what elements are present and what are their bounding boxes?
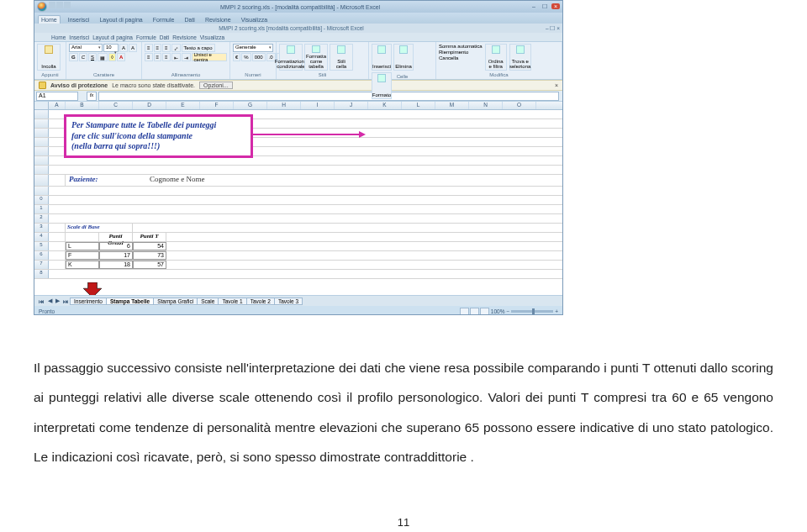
clear-button[interactable]: Cancella: [439, 55, 483, 61]
tab2-visualizza[interactable]: Visualizza: [200, 34, 224, 40]
autosum-button[interactable]: Somma automatica: [439, 44, 483, 49]
tab-formule[interactable]: Formule: [150, 16, 177, 24]
col-header[interactable]: H: [267, 102, 301, 109]
font-color-icon[interactable]: A: [117, 53, 125, 61]
percent-icon[interactable]: %: [241, 53, 251, 61]
tab2-layout[interactable]: Layout di pagina: [92, 34, 133, 40]
row-header[interactable]: 3: [34, 224, 49, 232]
borders-icon[interactable]: ▦: [98, 53, 108, 61]
insert-cells-button[interactable]: Inserisci: [372, 44, 392, 71]
wrap-text-button[interactable]: Testo a capo: [182, 44, 215, 52]
sheet-tab[interactable]: Tavole 3: [274, 298, 303, 305]
currency-icon[interactable]: €: [233, 53, 240, 61]
col-header[interactable]: F: [200, 102, 234, 109]
tab-nav-next-icon[interactable]: ▶: [54, 298, 61, 304]
security-options-button[interactable]: Opzioni...: [199, 82, 233, 89]
tab2-revisione[interactable]: Revisione: [172, 34, 197, 40]
inner-close-button[interactable]: ×: [556, 25, 560, 31]
font-name-select[interactable]: Arial: [69, 44, 103, 52]
align-center-icon[interactable]: ≡: [154, 53, 162, 61]
col-header[interactable]: O: [503, 102, 536, 109]
office-button-icon[interactable]: [37, 2, 47, 12]
qat-undo-icon[interactable]: [56, 2, 63, 8]
row-header[interactable]: 6: [34, 251, 49, 260]
row-header[interactable]: 4: [34, 233, 49, 241]
tab2-dati[interactable]: Dati: [160, 34, 170, 40]
row-header[interactable]: 5: [34, 242, 49, 250]
col-header[interactable]: A: [49, 102, 66, 109]
col-header[interactable]: L: [402, 102, 435, 109]
tab-layout[interactable]: Layout di pagina: [97, 16, 145, 24]
comma-icon[interactable]: 000: [252, 53, 266, 61]
cell-styles-button[interactable]: Stili cella: [330, 44, 353, 71]
indent-dec-icon[interactable]: ⇤: [171, 53, 181, 61]
paste-button[interactable]: Incolla: [37, 44, 61, 71]
tab-dati[interactable]: Dati: [182, 16, 197, 24]
tab-visualizza[interactable]: Visualizza: [239, 16, 270, 24]
indent-inc-icon[interactable]: ⇥: [182, 53, 191, 61]
tab-nav-prev-icon[interactable]: ◀: [46, 298, 54, 304]
sheet-tab[interactable]: Inserimento: [70, 298, 107, 305]
name-box[interactable]: A1: [36, 92, 78, 101]
sheet-tab[interactable]: Stampa Grafici: [153, 298, 198, 305]
fill-button[interactable]: Riempimento: [439, 50, 483, 55]
align-left-icon[interactable]: ≡: [145, 53, 153, 61]
merge-center-button[interactable]: Unisci e centra: [192, 53, 227, 61]
inner-minimize-button[interactable]: –: [546, 25, 549, 31]
qat-redo-icon[interactable]: [64, 2, 71, 8]
close-button[interactable]: ×: [551, 3, 560, 9]
shrink-font-icon[interactable]: A: [129, 44, 137, 52]
tab2-home[interactable]: Home: [51, 34, 66, 40]
col-header[interactable]: D: [133, 102, 166, 109]
zoom-slider[interactable]: [511, 310, 553, 313]
zoom-out-button[interactable]: −: [506, 308, 509, 314]
col-header[interactable]: C: [99, 102, 133, 109]
format-table-button[interactable]: Formatta come tabella: [304, 44, 328, 71]
font-size-select[interactable]: 10: [103, 44, 119, 52]
zoom-in-button[interactable]: +: [555, 308, 558, 314]
italic-button[interactable]: C: [79, 53, 87, 61]
col-header[interactable]: B: [66, 102, 99, 109]
view-layout-icon[interactable]: [470, 308, 479, 315]
sheet-tab[interactable]: Tavole 1: [218, 298, 246, 305]
col-header[interactable]: E: [166, 102, 200, 109]
col-header[interactable]: G: [234, 102, 267, 109]
number-format-select[interactable]: Generale: [233, 44, 273, 52]
view-pagebreak-icon[interactable]: [480, 308, 489, 315]
sort-filter-button[interactable]: Ordina e filtra: [485, 44, 507, 71]
tab2-formule[interactable]: Formule: [136, 34, 156, 40]
col-header[interactable]: M: [435, 102, 469, 109]
tab-home[interactable]: Home: [38, 15, 61, 24]
find-select-button[interactable]: Trova e seleziona: [509, 44, 531, 71]
tab-revisione[interactable]: Revisione: [203, 16, 234, 24]
maximize-button[interactable]: ☐: [540, 3, 550, 9]
grow-font-icon[interactable]: A: [119, 44, 128, 52]
col-header[interactable]: I: [301, 102, 335, 109]
align-right-icon[interactable]: ≡: [162, 53, 171, 61]
underline-button[interactable]: S: [88, 53, 97, 61]
select-all-corner[interactable]: [34, 102, 49, 109]
inner-maximize-button[interactable]: ☐: [550, 25, 555, 31]
align-bottom-icon[interactable]: ≡: [162, 44, 171, 52]
tab-inserisci[interactable]: Inserisci: [66, 16, 92, 24]
align-top-icon[interactable]: ≡: [145, 44, 153, 52]
col-header[interactable]: J: [335, 102, 368, 109]
formula-input[interactable]: [98, 92, 559, 101]
cond-format-button[interactable]: Formattazione condizionale: [279, 44, 303, 71]
bold-button[interactable]: G: [69, 53, 78, 61]
spreadsheet-grid[interactable]: Paziente: Cognome e Nome 0 1 2 3 Scale d…: [34, 110, 562, 295]
row-header[interactable]: 2: [34, 214, 49, 223]
sheet-tab-active[interactable]: Stampa Tabelle: [106, 298, 154, 305]
qat-save-icon[interactable]: [49, 2, 55, 8]
row-header[interactable]: 1: [34, 205, 49, 213]
sheet-tab[interactable]: Scale: [197, 298, 219, 305]
col-header[interactable]: K: [368, 102, 402, 109]
tab-nav-first-icon[interactable]: ⏮: [37, 298, 46, 304]
security-close-icon[interactable]: ×: [555, 82, 558, 88]
fx-button[interactable]: fx: [87, 92, 97, 101]
sheet-tab[interactable]: Tavole 2: [246, 298, 275, 305]
minimize-button[interactable]: –: [530, 3, 538, 9]
delete-cells-button[interactable]: Elimina: [393, 44, 414, 71]
row-header[interactable]: 0: [34, 196, 49, 204]
tab2-inserisci[interactable]: Inserisci: [69, 34, 89, 40]
